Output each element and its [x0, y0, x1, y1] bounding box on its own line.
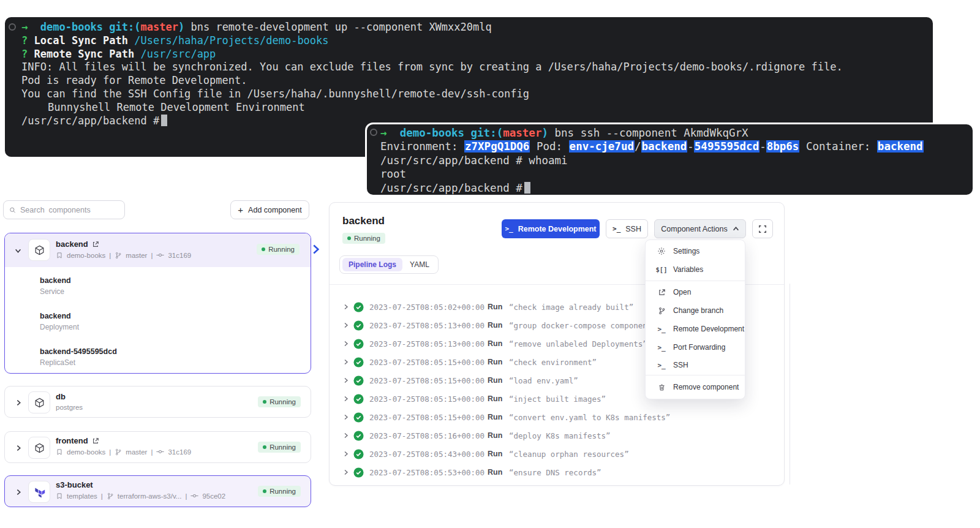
chevron-right-icon[interactable] [343, 377, 349, 383]
status-dot [263, 445, 266, 449]
status-badge: Running [258, 486, 301, 497]
component-repo: demo-books [67, 252, 105, 259]
success-check-icon [353, 357, 364, 368]
component-actions-button[interactable]: Component Actions [654, 219, 746, 238]
terminal1-info-line: INFO: All files will be synchronized. Yo… [21, 61, 927, 74]
chevron-right-icon[interactable] [343, 451, 349, 457]
branch-icon [115, 252, 122, 259]
log-run-label: Run [488, 321, 502, 330]
component-branch: master [126, 252, 147, 259]
scroll-track[interactable] [790, 284, 790, 485]
chevron-right-icon[interactable] [15, 489, 22, 496]
chevron-right-icon[interactable] [343, 304, 349, 310]
chevron-right-icon[interactable] [343, 414, 349, 420]
menu-item-settings[interactable]: Settings [646, 243, 745, 260]
log-run-label: Run [488, 358, 502, 366]
search-input[interactable] [20, 206, 119, 214]
pod-suffix: 8bp6s [766, 140, 800, 153]
menu-item-remove-component[interactable]: Remove component [646, 379, 745, 396]
log-row[interactable]: 2023-07-25T08:05:43+00:00 Run “cleanup o… [330, 447, 784, 461]
prompt-arrow-icon: → [21, 21, 28, 33]
success-check-icon [353, 375, 364, 386]
commit-icon [156, 251, 164, 259]
terminal1-prompt-line: → demo-books git:(master) bns remote-dev… [21, 21, 927, 34]
log-command: “group docker-compose components” [509, 321, 661, 330]
external-link-icon[interactable] [92, 241, 99, 248]
terminal2-environment-line: Environment: z7XPgQ1DQ6 Pod: env-cje7ud/… [380, 140, 967, 153]
chevron-up-icon [733, 225, 739, 232]
log-timestamp: 2023-07-25T08:05:16+00:00 [369, 431, 484, 440]
component-card-db[interactable]: db postgres Running [4, 386, 311, 418]
window-circle-icon [9, 23, 16, 31]
remote-sync-label: Remote Sync Path [34, 48, 135, 60]
menu-item-port-forwarding[interactable]: >_ Port Forwarding [646, 339, 745, 356]
page: → demo-books git:(master) bns remote-dev… [0, 0, 980, 528]
git-branch: master [503, 127, 541, 139]
tab-yaml[interactable]: YAML [404, 258, 435, 271]
window-circle-icon [370, 129, 377, 136]
repo-icon [56, 448, 63, 456]
log-timestamp: 2023-07-25T08:05:15+00:00 [369, 394, 484, 404]
git-suffix: ) [178, 21, 184, 33]
page-title: backend [342, 215, 385, 227]
terminal1-command: bns remote-development up --component XW… [190, 21, 491, 33]
git-prefix: git:( [471, 127, 503, 139]
log-row[interactable]: 2023-07-25T08:05:15+00:00 Run “convert e… [330, 410, 784, 424]
search-components-box [3, 200, 125, 219]
chevron-right-icon[interactable] [15, 399, 22, 406]
chevron-right-icon[interactable] [343, 396, 349, 402]
repo-icon [56, 252, 63, 259]
terminal1-local-sync-line: ? Local Sync Path /Users/haha/Projects/d… [21, 34, 927, 48]
log-row[interactable]: 2023-07-25T08:05:53+00:00 Run “ensure DN… [330, 466, 784, 479]
resource-item-backend-replicaset[interactable]: backend-5495595dcd ReplicaSet [40, 347, 117, 367]
menu-item-ssh[interactable]: >_ SSH [646, 356, 745, 374]
component-name: db [56, 392, 66, 401]
component-name: frontend [56, 436, 88, 445]
menu-divider [646, 281, 745, 281]
component-card-frontend[interactable]: frontend demo-books | master | 31c169 Ru… [4, 431, 311, 463]
component-card-s3-bucket[interactable]: s3-bucket templates | terraform-aws-s3/v… [4, 475, 311, 507]
chevron-right-icon[interactable] [343, 322, 349, 328]
component-repo: templates [67, 492, 97, 500]
chevron-right-icon[interactable] [15, 445, 22, 451]
external-link-icon[interactable] [92, 437, 99, 445]
log-command: “check image already built” [509, 303, 633, 312]
chevron-right-icon[interactable] [343, 359, 349, 365]
chevron-down-icon[interactable] [15, 247, 21, 254]
log-run-label: Run [488, 376, 502, 385]
ssh-button[interactable]: >_ SSH [606, 219, 648, 238]
menu-item-remote-development[interactable]: >_ Remote Development [646, 320, 745, 338]
tab-pipeline-logs[interactable]: Pipeline Logs [342, 258, 402, 271]
menu-item-variables[interactable]: $[] Variables [646, 261, 745, 278]
local-sync-label: Local Sync Path [34, 34, 129, 47]
log-row[interactable]: 2023-07-25T08:05:16+00:00 Run “deploy K8… [330, 429, 784, 442]
terminal-cursor [161, 115, 167, 126]
component-card-backend-header[interactable]: backend demo-books | master | 31c169 Run… [5, 233, 311, 267]
terminal2-command: bns ssh --component AkmdWkqGrX [555, 127, 748, 139]
chevron-right-icon[interactable] [343, 432, 349, 439]
add-component-button[interactable]: + Add component [230, 200, 309, 219]
fullscreen-button[interactable] [752, 219, 773, 238]
terminal-window-ssh[interactable]: → demo-books git:(master) bns ssh --comp… [367, 124, 973, 195]
component-branch: terraform-aws-s3/v... [118, 492, 182, 500]
success-check-icon [353, 339, 364, 349]
terminal2-whoami-output: root [380, 167, 967, 181]
environment-id: z7XPgQ1DQ6 [464, 140, 530, 153]
resource-item-backend-deployment[interactable]: backend Deployment [40, 312, 79, 331]
menu-item-change-branch[interactable]: Change branch [646, 302, 745, 319]
navigate-chevron-icon[interactable] [312, 244, 320, 255]
log-command: “remove unlabeled Deployments” [509, 339, 647, 349]
log-timestamp: 2023-07-25T08:05:13+00:00 [369, 321, 484, 330]
log-command: “load env.yaml” [509, 376, 578, 385]
resource-item-backend-service[interactable]: backend Service [40, 276, 71, 296]
chevron-right-icon[interactable] [343, 469, 349, 475]
chevron-right-icon[interactable] [343, 341, 349, 347]
terminal-cursor [524, 182, 530, 194]
component-card-backend[interactable]: backend demo-books | master | 31c169 Run… [4, 233, 311, 374]
log-run-label: Run [488, 394, 502, 403]
component-name: backend [56, 239, 88, 249]
component-actions-menu: Settings $[] Variables Open Change branc… [645, 239, 745, 399]
terminal1-remote-sync-line: ? Remote Sync Path /usr/src/app [21, 48, 927, 61]
remote-development-button[interactable]: >_ Remote Development [502, 219, 600, 238]
menu-item-open[interactable]: Open [646, 284, 745, 301]
